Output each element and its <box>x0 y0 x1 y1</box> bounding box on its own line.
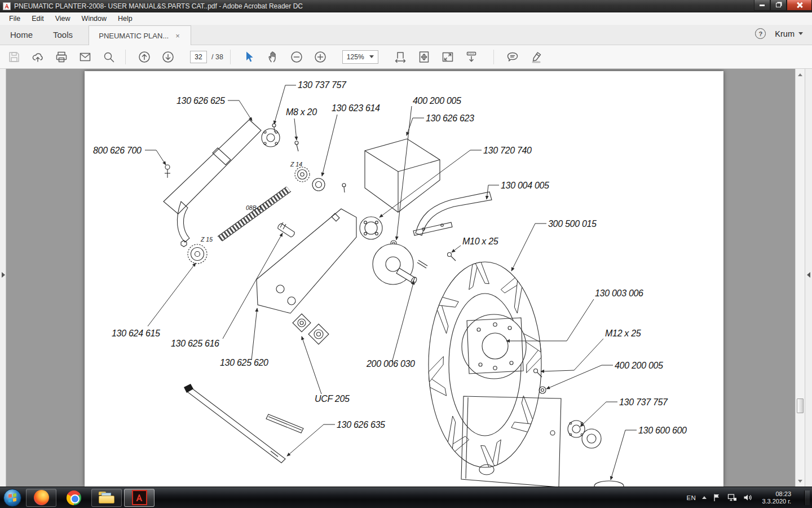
scroll-up-button[interactable] <box>796 70 805 79</box>
help-icon[interactable]: ? <box>755 28 766 39</box>
show-desktop-button[interactable] <box>804 491 810 505</box>
part-label: 130 600 600 <box>638 426 687 435</box>
scrollbar-thumb[interactable] <box>797 398 804 413</box>
zoom-out-button[interactable] <box>289 50 304 64</box>
save-icon <box>7 50 21 64</box>
show-hidden-icons-button[interactable] <box>702 496 707 499</box>
leader-line <box>322 115 337 176</box>
scroll-down-button[interactable] <box>796 476 805 485</box>
taskbar-chrome[interactable] <box>59 489 89 507</box>
expand-nav-pane-icon[interactable] <box>2 272 5 278</box>
clock-date: 3.3.2020 г. <box>762 498 791 505</box>
chevron-down-icon <box>798 32 803 35</box>
fit-page-button[interactable] <box>417 50 431 64</box>
share-button[interactable] <box>30 50 45 64</box>
scroll-mode-icon <box>465 50 478 64</box>
hand-icon <box>266 50 280 64</box>
taskbar-firefox[interactable] <box>26 489 56 507</box>
part-label: 130 625 620 <box>220 358 268 367</box>
tools-pane-edge[interactable] <box>805 69 812 487</box>
menu-edit[interactable]: Edit <box>26 12 50 25</box>
save-button[interactable] <box>7 50 21 64</box>
triangle-down-icon <box>798 480 802 483</box>
chain-cover-box <box>365 139 440 212</box>
part-label: 130 737 757 <box>298 80 347 90</box>
plus-circle-icon <box>314 50 327 64</box>
expand-tools-pane-icon[interactable] <box>807 272 810 278</box>
clock[interactable]: 08:23 3.3.2020 г. <box>758 491 795 505</box>
highlight-button[interactable] <box>529 50 544 64</box>
fit-width-icon <box>394 50 407 64</box>
drive-chain <box>218 187 291 241</box>
part-small-label: 08B-1 <box>246 204 262 211</box>
comment-bubble-icon <box>506 50 519 64</box>
triangle-up-icon <box>798 73 802 76</box>
axle-hub-assembly <box>360 217 456 285</box>
tab-bar: Home Tools PNEUMATIC PLAN... × <box>0 25 812 45</box>
leader-line <box>148 263 196 326</box>
start-button[interactable] <box>3 489 21 507</box>
leader-line <box>396 106 412 240</box>
part-label: 130 720 740 <box>483 146 532 155</box>
acrobat-reader-icon <box>132 490 147 505</box>
action-center-flag-icon[interactable] <box>713 493 721 502</box>
restore-icon <box>776 3 781 7</box>
leader-line <box>287 424 335 456</box>
volume-icon[interactable] <box>743 493 752 502</box>
language-indicator[interactable]: EN <box>686 494 696 501</box>
taskbar-acrobat-reader[interactable] <box>124 489 155 507</box>
minimize-button[interactable] <box>754 0 770 11</box>
fit-width-button[interactable] <box>393 50 408 64</box>
scroll-mode-button[interactable] <box>464 50 479 64</box>
print-button[interactable] <box>54 50 69 64</box>
leader-line <box>302 336 321 394</box>
network-icon[interactable] <box>727 493 737 502</box>
previous-page-button[interactable] <box>137 50 152 64</box>
tab-tools[interactable]: Tools <box>51 30 75 40</box>
taskbar-explorer[interactable] <box>91 489 122 507</box>
part-label: 130 625 616 <box>171 339 219 348</box>
zoom-level-select[interactable]: 125% <box>342 50 378 64</box>
email-button[interactable] <box>78 50 92 64</box>
system-tray: EN 08:23 3.3.2020 г. <box>686 491 812 505</box>
envelope-icon <box>78 50 92 64</box>
nav-pane-edge[interactable] <box>0 69 6 487</box>
fullscreen-icon <box>441 50 454 64</box>
menu-help[interactable]: Help <box>112 12 138 25</box>
hand-tool-button[interactable] <box>266 50 280 64</box>
firefox-icon <box>34 490 49 505</box>
comment-button[interactable] <box>505 50 520 64</box>
part-label: 400 200 005 <box>615 361 663 370</box>
menu-view[interactable]: View <box>50 12 76 25</box>
next-page-button[interactable] <box>161 50 175 64</box>
cloud-upload-icon <box>31 50 45 64</box>
part-small-label: Z 14 <box>290 161 302 168</box>
part-label: M12 x 25 <box>605 329 641 338</box>
tab-close-icon[interactable]: × <box>174 32 181 40</box>
menu-file[interactable]: File <box>3 12 26 25</box>
tab-home[interactable]: Home <box>8 30 35 40</box>
search-button[interactable] <box>102 50 116 64</box>
menu-window[interactable]: Window <box>76 12 112 25</box>
restore-button[interactable] <box>770 0 787 11</box>
main-support-plate <box>257 209 356 313</box>
vertical-scrollbar[interactable] <box>795 69 805 487</box>
part-small-label: Z 15 <box>200 236 213 243</box>
part-label: 300 500 015 <box>548 219 597 229</box>
part-label: 130 626 623 <box>426 113 474 123</box>
leader-line <box>251 308 257 360</box>
leader-line <box>223 233 283 339</box>
tab-document[interactable]: PNEUMATIC PLAN... × <box>89 25 191 46</box>
parts-diagram: 130 737 757130 626 625M8 x 20130 623 614… <box>85 71 723 487</box>
close-button[interactable] <box>787 0 812 11</box>
select-tool-button[interactable] <box>242 50 257 64</box>
zoom-in-button[interactable] <box>313 50 328 64</box>
fullscreen-button[interactable] <box>440 50 455 64</box>
part-label: 130 624 615 <box>112 329 160 338</box>
part-label: M10 x 25 <box>462 237 498 246</box>
part-label: 130 623 614 <box>332 103 380 113</box>
page-number-input[interactable] <box>190 51 207 63</box>
fit-page-icon <box>417 50 431 64</box>
leader-line <box>274 85 296 124</box>
user-menu[interactable]: Krum <box>775 29 803 38</box>
